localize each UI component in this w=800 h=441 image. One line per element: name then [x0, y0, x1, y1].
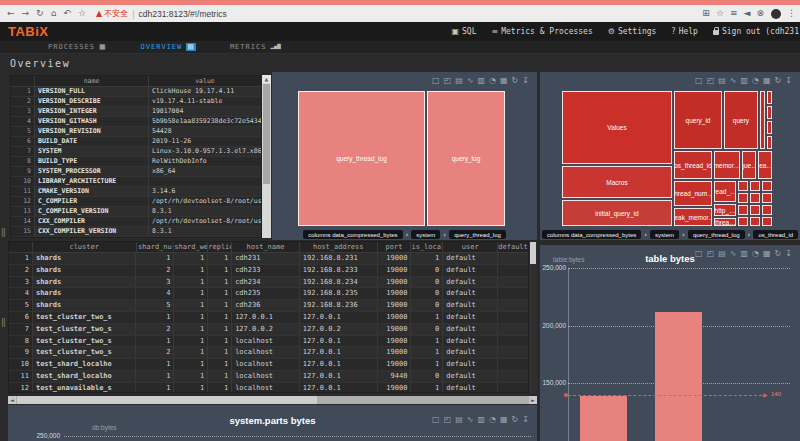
breadcrumb-item[interactable]: os_thread_id [753, 230, 798, 239]
line-chart-icon[interactable]: ∿ [467, 415, 474, 424]
breadcrumb-item[interactable]: columns data_compressed_bytes [303, 230, 402, 239]
restore-icon[interactable]: ↻ [512, 76, 519, 85]
treemap-que[interactable]: que… [742, 151, 756, 179]
table-row[interactable]: 15CXX_COMPILER_VERSION8.3.1 [11, 227, 261, 237]
bar-0[interactable] [580, 396, 627, 441]
data-view-icon[interactable]: ▤ [718, 76, 726, 85]
table-row[interactable]: 7test_cluster_two_s211127.0.0.2127.0.0.2… [9, 324, 528, 336]
table-row[interactable]: 10LIBRARY_ARCHITECTURE [11, 177, 261, 187]
scroll-right-icon[interactable]: ► [529, 396, 537, 404]
treemap-thread_num[interactable]: thread_num… [674, 181, 712, 206]
treemap-cell[interactable] [767, 121, 772, 134]
scroll-left-icon[interactable]: ◄ [8, 396, 16, 404]
treemap-cell[interactable] [750, 181, 760, 191]
zoom-reset-icon[interactable]: ◰ [444, 415, 452, 424]
treemap-cell[interactable] [767, 136, 772, 149]
table-row[interactable]: 3VERSION_INTEGER19017004 [11, 107, 261, 117]
table-row[interactable]: 9SYSTEM_PROCESSORx86_64 [11, 167, 261, 177]
save-image-icon[interactable]: ↧ [785, 76, 792, 85]
treemap-cell[interactable] [750, 217, 760, 226]
breadcrumb-item[interactable]: query_thread_log [688, 230, 745, 239]
table-row[interactable]: 11CMAKE_VERSION3.14.6 [11, 187, 261, 197]
column-header-hostname[interactable]: host_name [232, 242, 300, 252]
treemap-cell[interactable] [738, 217, 748, 226]
table-row[interactable]: 14CXX_COMPILER/opt/rh/devtoolset-8/root/… [11, 217, 261, 227]
scroll-up-icon[interactable]: ▲ [262, 75, 271, 83]
column-header-islocal[interactable]: is_local [411, 242, 443, 252]
stack-icon[interactable]: ▦ [500, 415, 508, 424]
bar-chart-icon[interactable]: ▥ [477, 415, 485, 424]
browser-menu-icon[interactable]: ⋮ [787, 5, 796, 22]
select-zoom-icon[interactable]: □ [432, 76, 440, 85]
extension-grid-icon[interactable]: ⊞ [702, 5, 710, 22]
pane-splitter-grip[interactable]: ‖ [1, 318, 6, 327]
treemap-initial_query_id[interactable]: initial_query_id [562, 200, 672, 226]
column-header-port[interactable]: port [378, 242, 412, 252]
treemap-cell[interactable] [738, 205, 748, 215]
security-warning-icon[interactable]: ▲ [96, 9, 102, 18]
back-icon[interactable]: ← [7, 5, 15, 22]
table-row[interactable]: 12C_COMPILER/opt/rh/devtoolset-8/root/us [11, 197, 261, 207]
treemap-query_id[interactable]: query_id [674, 91, 722, 149]
tabix-logo[interactable]: TABiX [8, 24, 49, 39]
table-row[interactable]: 9test_cluster_two_s211localhost127.0.0.1… [9, 347, 528, 359]
treemap-os_thread_id[interactable]: os_thread_id [674, 151, 712, 179]
extension-star-icon[interactable]: ☆ [716, 5, 724, 22]
select-zoom-icon[interactable]: □ [695, 249, 703, 258]
treemap-query[interactable]: query [724, 91, 758, 149]
breadcrumb-item[interactable]: columns data_compressed_bytes [542, 230, 641, 239]
restore-icon[interactable]: ↻ [512, 415, 519, 424]
treemap-Values[interactable]: Values [562, 91, 672, 164]
menu-settings[interactable]: ⚙Settings [608, 27, 657, 36]
line-chart-icon[interactable]: ∿ [730, 249, 737, 258]
menu-help[interactable]: ?Help [671, 27, 698, 36]
treemap-cell[interactable] [762, 181, 772, 191]
scrollbar-thumb[interactable] [530, 242, 536, 264]
home-icon[interactable]: ⌂ [51, 5, 57, 22]
treemap-cell[interactable] [738, 193, 748, 203]
tab-metrics[interactable]: METRICS▂▅█ [230, 43, 281, 51]
table-row[interactable]: 6test_cluster_two_s111127.0.0.1127.0.0.1… [9, 312, 528, 324]
table-row[interactable]: 16C_FLAGS-pipe -msse4.1 -msse4.2 -mpo [11, 237, 261, 238]
table-row[interactable]: 4shards411cdh235192.168.8.235190000defau… [9, 288, 528, 300]
data-view-icon[interactable]: ▤ [455, 415, 463, 424]
tab-overview[interactable]: OVERVIEW▤ [141, 43, 196, 51]
tab-processes[interactable]: PROCESSES▦ [48, 43, 107, 51]
treemap-peak_memor[interactable]: peak_memor… [674, 208, 712, 226]
column-header-user[interactable]: user [443, 242, 498, 252]
select-zoom-icon[interactable]: □ [432, 415, 440, 424]
treemap-read_[interactable]: read_… [714, 181, 736, 202]
breadcrumb-item[interactable]: query_thread_log [449, 230, 506, 239]
treemap-cell[interactable] [762, 205, 772, 215]
menu-sign[interactable]: Sign out (cdh231 [713, 27, 799, 36]
data-view-icon[interactable]: ▤ [455, 76, 463, 85]
table-row[interactable]: 2VERSION_DESCRIBEv19.17.4.11-stable [11, 97, 261, 107]
table-row[interactable]: 7SYSTEMLinux-3.10.0-957.1.3.el7.x86_ [11, 147, 261, 157]
treemap-query_thread_log[interactable]: query_thread_log [298, 91, 425, 226]
treemap-cell[interactable] [750, 205, 760, 215]
forward-icon[interactable]: → [22, 5, 30, 22]
version-table-scrollbar[interactable]: ▲ [262, 75, 271, 238]
pie-chart-icon[interactable]: ◔ [752, 76, 759, 85]
bookmark-star-icon[interactable]: ☆ [78, 5, 86, 22]
scrollbar-thumb[interactable] [263, 84, 270, 184]
table-row[interactable]: 8BUILD_TYPERelWithDebInfo [11, 157, 261, 167]
menu-metrics[interactable]: ≡Metrics & Processes [492, 27, 593, 36]
breadcrumb-item[interactable]: system [411, 230, 440, 239]
pie-chart-icon[interactable]: ◔ [489, 415, 496, 424]
treemap-http_[interactable]: http_… [714, 204, 736, 216]
column-header-name[interactable]: name [35, 76, 149, 86]
pie-chart-icon[interactable]: ◔ [752, 249, 759, 258]
menu-sql[interactable]: ▣SQL [451, 27, 476, 36]
column-header-shardwe[interactable]: shard_we [174, 242, 208, 252]
column-header-hostaddress[interactable]: host_address [300, 242, 378, 252]
cluster-table-scrollbar[interactable] [529, 241, 537, 393]
treemap-Macros[interactable]: Macros [562, 166, 672, 198]
save-image-icon[interactable]: ↧ [522, 415, 529, 424]
bar-1[interactable] [655, 312, 702, 441]
save-image-icon[interactable]: ↧ [785, 249, 792, 258]
column-header-value[interactable]: value [149, 76, 261, 86]
treemap-rea[interactable]: rea… [758, 151, 772, 179]
zoom-reset-icon[interactable]: ◰ [444, 76, 452, 85]
table-row[interactable]: 10test_shard_localho111localhost127.0.0.… [9, 359, 528, 371]
